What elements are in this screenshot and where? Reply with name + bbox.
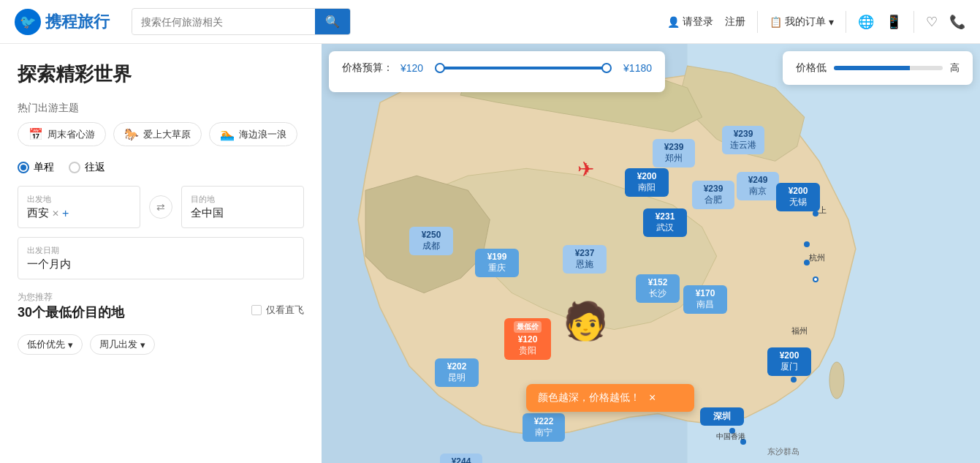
map-dot-1	[804, 241, 810, 247]
themes-label: 热门出游主题	[18, 102, 304, 115]
orders-icon: 📋	[770, 16, 782, 28]
price-slider-track[interactable]	[438, 67, 609, 69]
destination-field[interactable]: 目的地 全中国	[181, 186, 304, 228]
fuzhou-label: 福州	[791, 325, 808, 336]
xiamen-price: ¥200	[773, 350, 805, 361]
search-icon: 🔍	[325, 15, 340, 28]
theme-beach-label: 海边浪一浪	[239, 128, 286, 141]
departure-label: 出发地	[27, 194, 131, 205]
oneway-radio[interactable]: 单程	[18, 161, 54, 174]
departure-close[interactable]: ✕	[52, 208, 59, 219]
chongqing-price: ¥199	[481, 252, 513, 262]
recommend-header: 为您推荐 30个最低价目的地 仅看直飞	[18, 291, 304, 328]
marker-nanjing[interactable]: ¥249 南京	[737, 172, 779, 200]
sort-filter: 价格低 高	[783, 51, 973, 85]
marker-changsha[interactable]: ¥152 长沙	[636, 274, 680, 303]
sort-slider[interactable]	[834, 66, 943, 70]
marker-244[interactable]: ¥244	[440, 453, 482, 463]
wuhan-price: ¥231	[649, 211, 681, 222]
search-bar: 🔍	[132, 8, 351, 35]
marker-hefei[interactable]: ¥239 合肥	[692, 181, 734, 209]
wuxi-price: ¥200	[782, 186, 814, 196]
direct-only-checkbox[interactable]: 仅看直飞	[251, 304, 304, 317]
price-row: 价格预算： ¥120 ¥1180	[342, 61, 652, 75]
zhengzhou-city: 郑州	[658, 152, 689, 165]
divider-2	[846, 11, 846, 33]
register-button[interactable]: 注册	[725, 15, 745, 29]
marker-chongqing[interactable]: ¥199 重庆	[475, 249, 519, 277]
user-icon: 👤	[667, 16, 680, 28]
theme-tag-prairie[interactable]: 🐎 爱上大草原	[113, 122, 202, 146]
departure-value: 西安 ✕ +	[27, 206, 131, 220]
nanjing-price: ¥249	[742, 175, 773, 185]
guiyang-price: ¥120	[510, 334, 545, 345]
map-dot-sh	[813, 211, 818, 217]
roundtrip-label: 往返	[85, 161, 105, 174]
theme-tag-weekend[interactable]: 📅 周末省心游	[18, 122, 106, 146]
mobile-icon[interactable]: 📱	[886, 14, 902, 30]
marker-lianyungang[interactable]: ¥239 连云港	[722, 126, 764, 154]
tooltip-close[interactable]: ×	[649, 391, 656, 404]
page-title: 探索精彩世界	[18, 61, 304, 87]
sort-day-of-week[interactable]: 周几出发 ▾	[90, 334, 155, 355]
oneway-label: 单程	[34, 161, 54, 174]
roundtrip-radio[interactable]: 往返	[69, 161, 105, 174]
map-dot-2	[813, 276, 818, 282]
marker-guiyang[interactable]: 最低价 ¥120 贵阳	[504, 318, 551, 360]
departure-field[interactable]: 出发地 西安 ✕ +	[18, 186, 140, 228]
lowest-badge: 最低价	[514, 321, 542, 333]
marker-xiamen[interactable]: ¥200 厦门	[767, 347, 811, 376]
marker-nanyang[interactable]: ¥200 南阳	[625, 168, 669, 197]
hangzhou-label: 杭州	[809, 252, 825, 263]
nanchang-price: ¥170	[689, 288, 721, 298]
login-button[interactable]: 👤 请登录	[667, 15, 713, 29]
departure-add[interactable]: +	[62, 207, 69, 220]
marker-wuhan[interactable]: ¥231 武汉	[643, 208, 687, 237]
price-thumb-left[interactable]	[435, 63, 445, 73]
xiamen-city: 厦门	[773, 361, 805, 373]
nanchang-city: 南昌	[689, 298, 721, 311]
marker-zhengzhou[interactable]: ¥239 郑州	[653, 139, 695, 167]
search-input[interactable]	[132, 10, 315, 34]
swap-button[interactable]: ⇄	[149, 195, 172, 219]
direct-only-label: 仅看直飞	[266, 304, 304, 317]
marker-chengdu[interactable]: ¥250 成都	[409, 227, 453, 255]
heart-icon[interactable]: ♡	[926, 14, 938, 30]
orders-button[interactable]: 📋 我的订单 ▾	[770, 15, 834, 29]
nanning-price: ¥222	[528, 416, 559, 426]
marker-kunming[interactable]: ¥202 昆明	[435, 358, 479, 387]
theme-tag-beach[interactable]: 🏊 海边浪一浪	[209, 122, 297, 146]
marker-enshi[interactable]: ¥237 恩施	[563, 245, 607, 274]
sort-low-price[interactable]: 低价优先 ▾	[18, 334, 83, 355]
date-value: 一个月内	[27, 257, 295, 271]
price-max: ¥1180	[623, 62, 652, 74]
enshi-price: ¥237	[569, 248, 601, 258]
recommend-sub-label: 为您推荐 30个最低价目的地	[18, 291, 124, 328]
calendar-icon: 📅	[29, 127, 43, 141]
hefei-city: 合肥	[698, 194, 729, 206]
phone-icon[interactable]: 📞	[949, 14, 965, 30]
hefei-price: ¥239	[698, 184, 729, 194]
price-thumb-right[interactable]	[601, 63, 612, 73]
marker-nanning[interactable]: ¥222 南宁	[523, 413, 565, 442]
kunming-city: 昆明	[441, 372, 473, 384]
orders-chevron: ▾	[829, 16, 834, 28]
globe-icon[interactable]: 🌐	[858, 14, 874, 30]
sort-filter-high: 高	[950, 61, 960, 75]
lianyungang-city: 连云港	[728, 139, 759, 151]
logo[interactable]: 🐦 携程旅行	[15, 9, 110, 35]
location-row: 出发地 西安 ✕ + ⇄ 目的地 全中国	[18, 186, 304, 228]
divider-1	[757, 11, 758, 33]
price-min: ¥120	[400, 62, 423, 74]
shenzhen-price: 深圳	[706, 410, 738, 423]
marker-nanchang[interactable]: ¥170 南昌	[683, 285, 727, 314]
marker-shenzhen[interactable]: 深圳	[700, 407, 744, 426]
direct-only-box	[251, 305, 262, 315]
theme-weekend-label: 周末省心游	[48, 128, 95, 141]
date-label: 出发日期	[27, 245, 295, 256]
nanning-city: 南宁	[528, 426, 559, 439]
date-field[interactable]: 出发日期 一个月内	[18, 237, 304, 279]
changsha-city: 长沙	[642, 287, 674, 300]
search-button[interactable]: 🔍	[315, 9, 350, 34]
marker-wuxi[interactable]: ¥200 无锡	[776, 183, 820, 211]
